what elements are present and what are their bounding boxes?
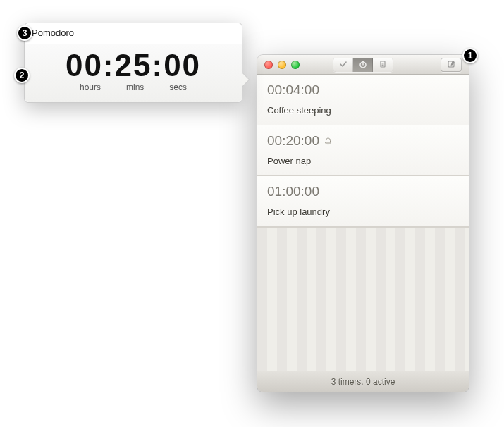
timer-editor-popover: Pomodoro 00:25:00 hours mins secs <box>24 23 242 103</box>
status-bar: 3 timers, 0 active <box>257 371 469 392</box>
timer-time-value: 01:00:00 <box>267 184 319 199</box>
compose-icon <box>447 58 456 71</box>
time-colon: : <box>152 48 164 82</box>
callout-badge-3: 3 <box>17 25 32 41</box>
document-icon <box>379 58 387 71</box>
timer-time-value: 00:20:00 <box>267 133 319 149</box>
callout-badge-2: 2 <box>14 68 30 83</box>
zoom-button[interactable] <box>291 61 300 69</box>
secs-value[interactable]: 00 <box>164 48 201 82</box>
timer-time-value: 00:04:00 <box>267 82 319 98</box>
timer-name-input[interactable]: Pomodoro <box>25 23 242 44</box>
view-tab-timers[interactable] <box>353 58 373 72</box>
traffic-lights <box>264 61 300 69</box>
view-tab-checkmark[interactable] <box>333 58 353 72</box>
hours-value[interactable]: 00 <box>66 48 103 82</box>
timer-label: Power nap <box>267 156 459 166</box>
status-text: 3 timers, 0 active <box>331 377 395 387</box>
timer-time: 00:04:00 <box>267 82 459 98</box>
timer-row[interactable]: 01:00:00 Pick up laundry <box>257 176 469 227</box>
time-colon: : <box>103 48 115 82</box>
timer-time: 01:00:00 <box>267 184 459 199</box>
mins-value[interactable]: 25 <box>115 48 152 82</box>
bell-icon <box>324 137 333 146</box>
secs-label: secs <box>169 82 187 92</box>
timer-row[interactable]: 00:20:00 Power nap <box>257 125 469 176</box>
timer-row[interactable]: 00:04:00 Coffee steeping <box>257 75 469 125</box>
titlebar[interactable] <box>257 55 469 75</box>
timer-duration-display[interactable]: 00:25:00 <box>32 50 235 81</box>
view-tab-notes[interactable] <box>373 58 393 72</box>
new-timer-button[interactable] <box>441 58 462 72</box>
timer-duration-editor[interactable]: 00:25:00 hours mins secs <box>25 44 242 102</box>
app-window: 00:04:00 Coffee steeping 00:20:00 Power … <box>257 55 469 392</box>
timer-icon <box>359 58 367 71</box>
minimize-button[interactable] <box>278 61 286 69</box>
timer-label: Pick up laundry <box>267 206 459 217</box>
hours-label: hours <box>80 82 101 92</box>
view-segmented-control <box>333 58 393 72</box>
timer-time: 00:20:00 <box>267 133 459 149</box>
callout-badge-1: 1 <box>462 48 478 63</box>
timer-label: Coffee steeping <box>267 105 459 116</box>
empty-area <box>257 227 469 371</box>
checkmark-icon <box>339 58 348 71</box>
close-button[interactable] <box>264 61 273 69</box>
timer-list: 00:04:00 Coffee steeping 00:20:00 Power … <box>257 75 469 227</box>
mins-label: mins <box>126 82 144 92</box>
popover-arrow <box>242 73 249 87</box>
